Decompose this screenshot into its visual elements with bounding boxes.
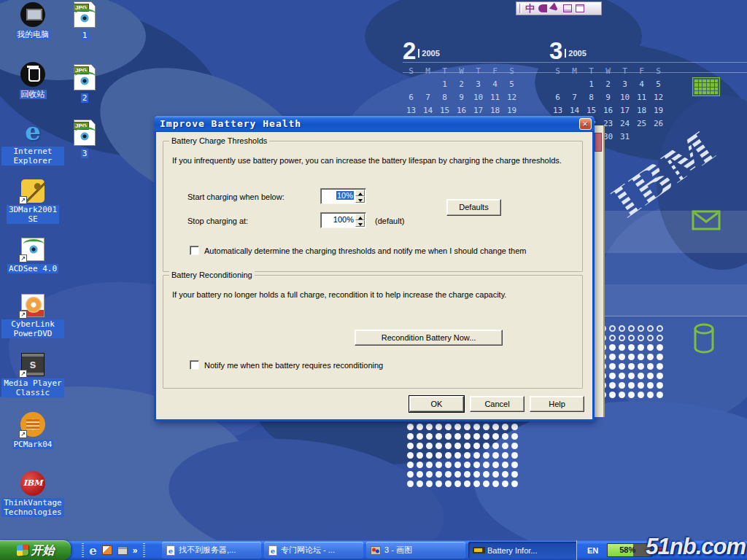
task-buttons: e 找不到服务器,... e 专门网论坛 - ... 3 - 画图 Batter… — [162, 542, 592, 559]
battery-reconditioning-group: Battery Reconditioning If your battery n… — [163, 275, 583, 389]
task-button-forum[interactable]: e 专门网论坛 - ... — [264, 542, 363, 559]
ime-toolbar-menu-icon[interactable] — [576, 4, 584, 12]
ime-soft-keyboard-icon[interactable] — [563, 4, 572, 12]
ime-width-mode-icon[interactable] — [538, 4, 547, 12]
jpg-file-icon[interactable]: JPG — [74, 120, 96, 146]
wallpaper-dot — [407, 433, 414, 440]
wallpaper-dot — [628, 354, 635, 360]
start-charging-spinner[interactable]: 10% — [320, 188, 366, 204]
desktop-icon-3dmark2001[interactable]: ↗ 3DMark2001 SE — [0, 178, 66, 225]
internet-explorer-icon[interactable]: e — [20, 120, 45, 144]
start-button[interactable]: 开始 — [0, 540, 71, 560]
ime-drag-handle[interactable] — [519, 4, 522, 13]
spin-down-icon[interactable] — [355, 196, 365, 203]
ime-pen-icon[interactable] — [549, 2, 561, 14]
wallpaper-dot — [628, 344, 635, 351]
desktop-icon-media-player-classic[interactable]: s↗ Media Player Classic — [0, 351, 66, 398]
ie-quick-launch-icon[interactable]: e — [89, 542, 97, 559]
desktop-icon-pcmark04[interactable]: ↗ PCMark04 — [0, 412, 66, 450]
media-player-quick-launch-icon[interactable] — [102, 545, 112, 555]
calendar-day: 4 — [633, 79, 650, 90]
desktop-icon-jpg-3[interactable]: JPG 3 — [62, 120, 107, 159]
auto-thresholds-checkbox[interactable] — [190, 246, 199, 255]
ok-button[interactable]: OK — [409, 396, 464, 412]
ime-language-bar[interactable]: 中 — [516, 1, 602, 15]
desktop-icon-jpg-2[interactable]: JPG 2 — [62, 64, 107, 104]
wallpaper-dot — [609, 325, 616, 332]
media-player-classic-icon[interactable]: s↗ — [20, 351, 45, 376]
quick-launch-overflow-chevron[interactable]: » — [133, 545, 138, 556]
desktop-icon-internet-explorer[interactable]: e Internet Explorer — [0, 120, 66, 166]
start-label: 开始 — [31, 544, 55, 556]
background-window-button[interactable] — [595, 133, 602, 152]
shortcut-arrow-icon: ↗ — [19, 311, 27, 319]
notify-reconditioning-checkbox-label[interactable]: Notify me when the battery requires reco… — [204, 361, 383, 370]
51nb-watermark: 51nb.com — [646, 534, 746, 560]
calendar-day: 5 — [503, 79, 520, 90]
desktop-icon-acdsee[interactable]: ↗ ACDSee 4.0 — [0, 236, 66, 274]
stop-charging-spinner[interactable]: 100% — [320, 212, 366, 228]
desktop-icon-jpg-1[interactable]: JPG 1 — [62, 1, 107, 41]
wallpaper-dot — [647, 373, 654, 379]
wallpaper-dot — [619, 382, 625, 389]
calendar-day: 3 — [470, 79, 487, 90]
cancel-button[interactable]: Cancel — [470, 396, 525, 412]
close-icon[interactable]: ✕ — [579, 118, 592, 130]
calendar-day-header: S — [549, 66, 566, 77]
battery-percent: 58% — [619, 545, 635, 554]
wallpaper-dot — [483, 471, 489, 478]
jpg-file-icon[interactable]: JPG — [74, 64, 96, 90]
auto-thresholds-checkbox-label[interactable]: Automatically determine the charging thr… — [204, 246, 526, 255]
pcmark-icon[interactable]: ↗ — [20, 412, 45, 437]
spinner-value[interactable]: 100% — [333, 215, 354, 224]
toolbar-grip[interactable] — [143, 543, 145, 557]
defaults-button[interactable]: Defaults — [446, 199, 501, 216]
green-grid-cell — [694, 79, 698, 82]
task-button-paint[interactable]: 3 - 画图 — [366, 542, 465, 559]
language-indicator[interactable]: EN — [587, 546, 598, 555]
task-button-battery-information[interactable]: Battery Infor... — [468, 542, 592, 559]
spin-up-icon[interactable] — [355, 214, 365, 220]
spin-up-icon[interactable] — [355, 190, 365, 196]
green-grid-cell — [699, 83, 703, 86]
desktop-icon-my-computer[interactable]: 我的电脑 — [0, 2, 66, 40]
recycle-bin-icon[interactable] — [20, 62, 45, 87]
wallpaper-dot — [638, 354, 644, 360]
desktop-icon-powerdvd[interactable]: ↗ CyberLink PowerDVD — [0, 292, 66, 339]
wallpaper-dot — [473, 443, 480, 449]
ime-mode-icon[interactable]: 中 — [525, 4, 535, 13]
calendar-day: 18 — [633, 106, 650, 116]
acdsee-icon[interactable]: ↗ — [20, 236, 45, 261]
toolbar-grip[interactable] — [82, 543, 84, 557]
wallpaper-dot — [445, 462, 452, 468]
wallpaper-dot — [492, 462, 499, 468]
wallpaper-dot — [426, 443, 433, 449]
show-desktop-icon[interactable] — [117, 546, 128, 555]
calendar-day-header: M — [419, 66, 436, 77]
3dmark-icon[interactable]: ↗ — [20, 178, 45, 203]
my-computer-icon[interactable] — [20, 2, 45, 27]
recondition-battery-button[interactable]: Recondition Battery Now... — [355, 330, 503, 346]
wallpaper-dot — [483, 433, 489, 440]
desktop-icon-thinkvantage[interactable]: IBM ThinkVantage Technologies — [0, 471, 66, 518]
spinner-value[interactable]: 10% — [336, 191, 354, 200]
jpg-file-icon[interactable]: JPG — [74, 1, 96, 28]
task-button-server-not-found[interactable]: e 找不到服务器,... — [162, 542, 261, 559]
green-grid-cell — [707, 88, 711, 90]
spin-down-icon[interactable] — [355, 220, 365, 227]
calendar-month-number: 2 — [403, 37, 416, 64]
calendar-day: 1 — [436, 79, 453, 90]
notify-reconditioning-checkbox[interactable] — [190, 360, 199, 370]
calendar-day: 15 — [436, 106, 453, 116]
desktop-icon-recycle-bin[interactable]: 回收站 — [0, 62, 66, 100]
wallpaper-dot — [657, 325, 663, 332]
ie-page-icon: e — [268, 545, 277, 556]
help-button[interactable]: Help — [530, 396, 584, 412]
icon-label: CyberLink PowerDVD — [1, 319, 64, 338]
dialog-titlebar[interactable]: Improve Battery Health ✕ — [154, 116, 595, 132]
wallpaper-dot — [619, 335, 625, 341]
thinkvantage-icon[interactable]: IBM — [20, 471, 45, 496]
powerdvd-icon[interactable]: ↗ — [20, 292, 45, 317]
background-window-edge[interactable] — [594, 125, 605, 417]
wallpaper-dot — [436, 433, 442, 440]
